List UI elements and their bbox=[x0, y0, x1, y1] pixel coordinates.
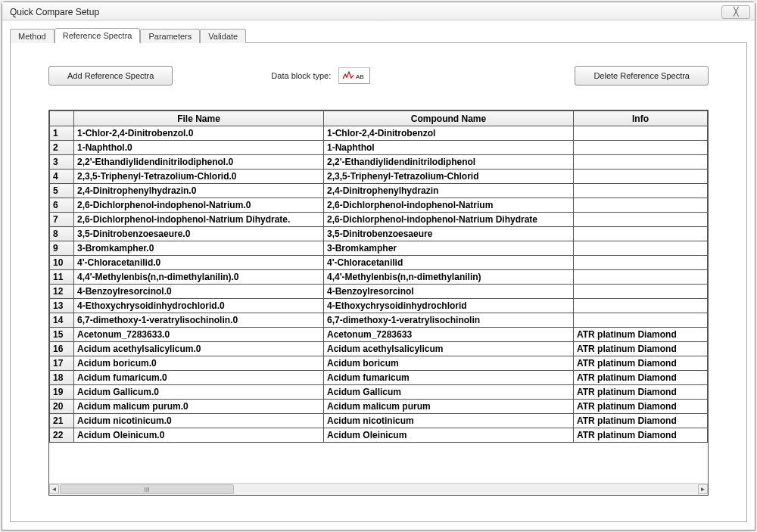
cell-compound[interactable]: Acidum nicotinicum bbox=[324, 414, 574, 428]
table-row[interactable]: 83,5-Dinitrobenzoesaeure.03,5-Dinitroben… bbox=[50, 227, 708, 241]
cell-info[interactable]: ATR platinum Diamond bbox=[574, 385, 708, 400]
datablock-type-selector[interactable]: AB bbox=[338, 67, 370, 84]
table-row[interactable]: 146,7-dimethoxy-1-veratrylisochinolin.06… bbox=[50, 313, 708, 328]
table-row[interactable]: 20Acidum malicum purum.0Acidum malicum p… bbox=[50, 400, 708, 414]
cell-compound[interactable]: 3-Bromkampher bbox=[324, 241, 574, 256]
table-row[interactable]: 134-Ethoxychrysoidinhydrochlorid.04-Etho… bbox=[50, 299, 708, 313]
tab-parameters[interactable]: Parameters bbox=[140, 29, 200, 43]
table-row[interactable]: 114,4'-Methylenbis(n,n-dimethylanilin).0… bbox=[50, 270, 708, 285]
table-row[interactable]: 11-Chlor-2,4-Dinitrobenzol.01-Chlor-2,4-… bbox=[50, 126, 708, 141]
cell-compound[interactable]: 4'-Chloracetanilid bbox=[324, 256, 574, 270]
cell-compound[interactable]: Acidum acethylsalicylicum bbox=[324, 342, 574, 356]
cell-compound[interactable]: Acidum boricum bbox=[324, 356, 574, 371]
table-row[interactable]: 52,4-Dinitrophenylhydrazin.02,4-Dinitrop… bbox=[50, 184, 708, 198]
table-row[interactable]: 72,6-Dichlorphenol-indophenol-Natrium Di… bbox=[50, 213, 708, 227]
cell-filename[interactable]: 2,2'-Ethandiylidendinitrilodiphenol.0 bbox=[74, 155, 324, 170]
cell-filename[interactable]: 4'-Chloracetanilid.0 bbox=[74, 256, 324, 270]
cell-filename[interactable]: Acidum Oleinicum.0 bbox=[74, 428, 324, 443]
cell-info[interactable] bbox=[574, 227, 708, 241]
cell-compound[interactable]: 2,4-Dinitrophenylhydrazin bbox=[324, 184, 574, 198]
cell-info[interactable] bbox=[574, 184, 708, 198]
header-info[interactable]: Info bbox=[574, 111, 708, 126]
table-row[interactable]: 62,6-Dichlorphenol-indophenol-Natrium.02… bbox=[50, 198, 708, 213]
cell-filename[interactable]: 2,6-Dichlorphenol-indophenol-Natrium Dih… bbox=[74, 213, 324, 227]
cell-info[interactable]: ATR platinum Diamond bbox=[574, 328, 708, 342]
cell-compound[interactable]: Acidum malicum purum bbox=[324, 400, 574, 414]
cell-filename[interactable]: Acidum boricum.0 bbox=[74, 356, 324, 371]
table-row[interactable]: 21Acidum nicotinicum.0Acidum nicotinicum… bbox=[50, 414, 708, 428]
cell-filename[interactable]: 4,4'-Methylenbis(n,n-dimethylanilin).0 bbox=[74, 270, 324, 285]
cell-info[interactable] bbox=[574, 256, 708, 270]
cell-compound[interactable]: 3,5-Dinitrobenzoesaeure bbox=[324, 227, 574, 241]
table-row[interactable]: 16Acidum acethylsalicylicum.0Acidum acet… bbox=[50, 342, 708, 356]
cell-compound[interactable]: Acidum Oleinicum bbox=[324, 428, 574, 443]
cell-compound[interactable]: 4-Benzoylresorcinol bbox=[324, 285, 574, 299]
cell-info[interactable] bbox=[574, 126, 708, 141]
cell-info[interactable]: ATR platinum Diamond bbox=[574, 428, 708, 443]
cell-info[interactable] bbox=[574, 313, 708, 328]
close-button[interactable]: ╳ bbox=[721, 5, 750, 19]
cell-filename[interactable]: 1-Chlor-2,4-Dinitrobenzol.0 bbox=[74, 126, 324, 141]
cell-compound[interactable]: Acetonum_7283633 bbox=[324, 328, 574, 342]
header-rownum[interactable] bbox=[50, 111, 74, 126]
cell-info[interactable] bbox=[574, 299, 708, 313]
cell-compound[interactable]: 6,7-dimethoxy-1-veratrylisochinolin bbox=[324, 313, 574, 328]
cell-filename[interactable]: Acidum nicotinicum.0 bbox=[74, 414, 324, 428]
cell-filename[interactable]: 2,3,5-Triphenyl-Tetrazolium-Chlorid.0 bbox=[74, 170, 324, 184]
cell-info[interactable]: ATR platinum Diamond bbox=[574, 400, 708, 414]
horizontal-scrollbar[interactable]: ◄ III ► bbox=[49, 483, 708, 495]
cell-filename[interactable]: 2,4-Dinitrophenylhydrazin.0 bbox=[74, 184, 324, 198]
cell-info[interactable] bbox=[574, 213, 708, 227]
cell-filename[interactable]: 6,7-dimethoxy-1-veratrylisochinolin.0 bbox=[74, 313, 324, 328]
cell-compound[interactable]: 1-Chlor-2,4-Dinitrobenzol bbox=[324, 126, 574, 141]
table-row[interactable]: 17Acidum boricum.0Acidum boricumATR plat… bbox=[50, 356, 708, 371]
table-row[interactable]: 42,3,5-Triphenyl-Tetrazolium-Chlorid.02,… bbox=[50, 170, 708, 184]
cell-filename[interactable]: Acidum malicum purum.0 bbox=[74, 400, 324, 414]
cell-compound[interactable]: Acidum fumaricum bbox=[324, 371, 574, 385]
header-compound[interactable]: Compound Name bbox=[324, 111, 574, 126]
cell-compound[interactable]: 4,4'-Methylenbis(n,n-dimethylanilin) bbox=[324, 270, 574, 285]
cell-compound[interactable]: 2,2'-Ethandiylidendinitrilodiphenol bbox=[324, 155, 574, 170]
cell-compound[interactable]: 4-Ethoxychrysoidinhydrochlorid bbox=[324, 299, 574, 313]
cell-compound[interactable]: 2,6-Dichlorphenol-indophenol-Natrium Dih… bbox=[324, 213, 574, 227]
cell-info[interactable] bbox=[574, 285, 708, 299]
cell-compound[interactable]: 2,3,5-Triphenyl-Tetrazolium-Chlorid bbox=[324, 170, 574, 184]
cell-filename[interactable]: 4-Ethoxychrysoidinhydrochlorid.0 bbox=[74, 299, 324, 313]
cell-compound[interactable]: Acidum Gallicum bbox=[324, 385, 574, 400]
cell-filename[interactable]: Acidum fumaricum.0 bbox=[74, 371, 324, 385]
table-row[interactable]: 32,2'-Ethandiylidendinitrilodiphenol.02,… bbox=[50, 155, 708, 170]
table-row[interactable]: 21-Naphthol.01-Naphthol bbox=[50, 141, 708, 155]
cell-compound[interactable]: 2,6-Dichlorphenol-indophenol-Natrium bbox=[324, 198, 574, 213]
table-row[interactable]: 93-Bromkampher.03-Bromkampher bbox=[50, 241, 708, 256]
header-filename[interactable]: File Name bbox=[74, 111, 324, 126]
cell-info[interactable]: ATR platinum Diamond bbox=[574, 371, 708, 385]
cell-filename[interactable]: Acidum acethylsalicylicum.0 bbox=[74, 342, 324, 356]
cell-filename[interactable]: 3-Bromkampher.0 bbox=[74, 241, 324, 256]
table-row[interactable]: 104'-Chloracetanilid.04'-Chloracetanilid bbox=[50, 256, 708, 270]
table-row[interactable]: 15Acetonum_7283633.0Acetonum_7283633ATR … bbox=[50, 328, 708, 342]
delete-reference-spectra-button[interactable]: Delete Reference Spectra bbox=[575, 66, 709, 86]
cell-filename[interactable]: 4-Benzoylresorcinol.0 bbox=[74, 285, 324, 299]
cell-info[interactable] bbox=[574, 241, 708, 256]
cell-filename[interactable]: 1-Naphthol.0 bbox=[74, 141, 324, 155]
scroll-thumb[interactable]: III bbox=[60, 484, 234, 494]
cell-info[interactable] bbox=[574, 141, 708, 155]
cell-filename[interactable]: 2,6-Dichlorphenol-indophenol-Natrium.0 bbox=[74, 198, 324, 213]
cell-filename[interactable]: Acetonum_7283633.0 bbox=[74, 328, 324, 342]
cell-filename[interactable]: 3,5-Dinitrobenzoesaeure.0 bbox=[74, 227, 324, 241]
tab-validate[interactable]: Validate bbox=[200, 29, 246, 43]
cell-info[interactable]: ATR platinum Diamond bbox=[574, 414, 708, 428]
cell-info[interactable] bbox=[574, 170, 708, 184]
cell-info[interactable] bbox=[574, 270, 708, 285]
tab-method[interactable]: Method bbox=[10, 29, 55, 43]
cell-compound[interactable]: 1-Naphthol bbox=[324, 141, 574, 155]
add-reference-spectra-button[interactable]: Add Reference Spectra bbox=[48, 66, 173, 86]
scroll-left-arrow[interactable]: ◄ bbox=[49, 484, 59, 494]
table-row[interactable]: 19Acidum Gallicum.0Acidum GallicumATR pl… bbox=[50, 385, 708, 400]
cell-filename[interactable]: Acidum Gallicum.0 bbox=[74, 385, 324, 400]
cell-info[interactable] bbox=[574, 155, 708, 170]
cell-info[interactable]: ATR platinum Diamond bbox=[574, 356, 708, 371]
tab-reference-spectra[interactable]: Reference Spectra bbox=[55, 28, 141, 43]
cell-info[interactable] bbox=[574, 198, 708, 213]
table-row[interactable]: 22Acidum Oleinicum.0Acidum OleinicumATR … bbox=[50, 428, 708, 443]
